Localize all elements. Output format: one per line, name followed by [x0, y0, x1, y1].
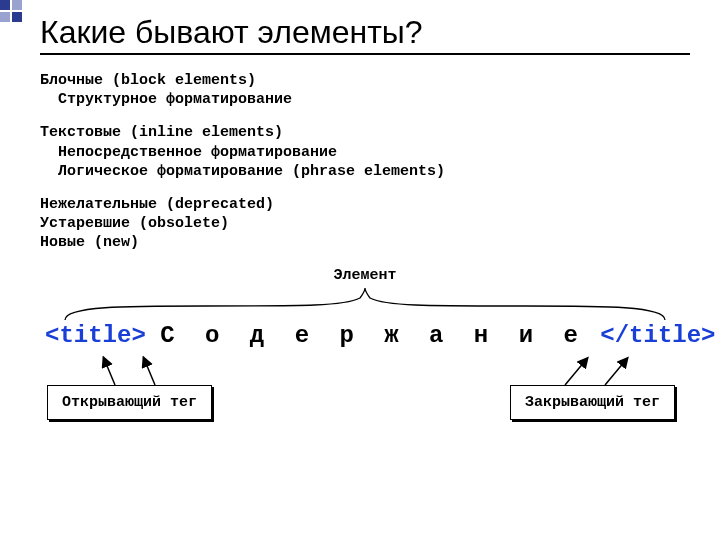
curly-brace-icon: [45, 286, 685, 322]
group-block-elements: Блочные (block elements) Структурное фор…: [40, 71, 690, 109]
group-status: Нежелательные (deprecated) Устаревшие (o…: [40, 195, 690, 253]
close-tag: </title>: [600, 322, 715, 349]
box-opening-tag: Открывающий тег: [47, 385, 212, 420]
svg-line-1: [145, 361, 155, 385]
arrows-icon: [45, 355, 685, 389]
group2-sub1: Непосредственное форматирование: [58, 143, 690, 162]
element-diagram: <title> С о д е р ж а н и е </title> Отк…: [45, 286, 685, 433]
group2-heading: Текстовые (inline elements): [40, 123, 690, 142]
svg-line-3: [605, 361, 625, 385]
svg-line-2: [565, 361, 585, 385]
corner-decoration: [0, 0, 24, 40]
box-closing-tag: Закрывающий тег: [510, 385, 675, 420]
obsolete-line: Устаревшие (obsolete): [40, 214, 690, 233]
group-inline-elements: Текстовые (inline elements) Непосредстве…: [40, 123, 690, 181]
svg-line-0: [105, 361, 115, 385]
page-title: Какие бывают элементы?: [40, 14, 690, 51]
example-tag-line: <title> С о д е р ж а н и е </title>: [45, 322, 685, 349]
element-label: Элемент: [40, 267, 690, 284]
tag-content: С о д е р ж а н и е: [160, 322, 586, 349]
deprecated-line: Нежелательные (deprecated): [40, 195, 690, 214]
group1-sub1: Структурное форматирование: [58, 90, 690, 109]
new-line: Новые (new): [40, 233, 690, 252]
group1-heading: Блочные (block elements): [40, 71, 690, 90]
open-tag: <title>: [45, 322, 146, 349]
title-underline: [40, 53, 690, 55]
group2-sub2: Логическое форматирование (phrase elemen…: [58, 162, 690, 181]
